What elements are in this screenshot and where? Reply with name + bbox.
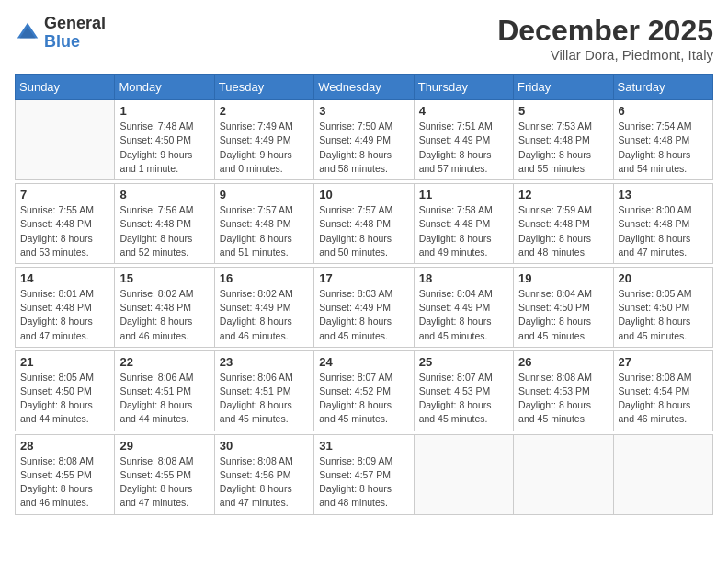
- calendar-cell: 25Sunrise: 8:07 AMSunset: 4:53 PMDayligh…: [414, 350, 513, 431]
- logo-icon: [15, 20, 40, 46]
- calendar-cell: 22Sunrise: 8:06 AMSunset: 4:51 PMDayligh…: [115, 350, 214, 431]
- calendar-cell: 13Sunrise: 8:00 AMSunset: 4:48 PMDayligh…: [613, 184, 712, 264]
- calendar-header-row: Sunday Monday Tuesday Wednesday Thursday…: [16, 75, 713, 100]
- day-number: 19: [518, 271, 608, 285]
- calendar-cell: 9Sunrise: 7:57 AMSunset: 4:48 PMDaylight…: [214, 184, 313, 264]
- day-info: Sunrise: 8:03 AMSunset: 4:49 PMDaylight:…: [319, 287, 408, 343]
- day-number: 2: [220, 104, 309, 118]
- calendar-cell: [514, 434, 613, 514]
- day-info: Sunrise: 8:08 AMSunset: 4:55 PMDaylight:…: [119, 454, 209, 511]
- day-number: 8: [119, 188, 209, 201]
- calendar-cell: 17Sunrise: 8:03 AMSunset: 4:49 PMDayligh…: [314, 267, 414, 347]
- day-number: 28: [20, 439, 109, 453]
- day-info: Sunrise: 8:04 AMSunset: 4:49 PMDaylight:…: [419, 287, 508, 343]
- day-info: Sunrise: 7:51 AMSunset: 4:49 PMDaylight:…: [419, 120, 508, 176]
- day-number: 23: [220, 355, 309, 369]
- day-number: 14: [20, 271, 109, 285]
- day-number: 4: [419, 104, 508, 118]
- calendar-cell: 28Sunrise: 8:08 AMSunset: 4:55 PMDayligh…: [16, 434, 115, 514]
- calendar-cell: 1Sunrise: 7:48 AMSunset: 4:50 PMDaylight…: [115, 100, 214, 180]
- day-number: 12: [518, 188, 608, 201]
- day-info: Sunrise: 7:59 AMSunset: 4:48 PMDaylight:…: [518, 203, 608, 259]
- day-number: 11: [419, 188, 508, 201]
- day-info: Sunrise: 8:02 AMSunset: 4:49 PMDaylight:…: [220, 287, 309, 343]
- calendar-cell: 5Sunrise: 7:53 AMSunset: 4:48 PMDaylight…: [514, 100, 613, 180]
- calendar-week-row: 1Sunrise: 7:48 AMSunset: 4:50 PMDaylight…: [16, 100, 713, 180]
- day-number: 27: [619, 355, 708, 369]
- calendar-cell: 4Sunrise: 7:51 AMSunset: 4:49 PMDaylight…: [414, 100, 513, 180]
- day-info: Sunrise: 8:05 AMSunset: 4:50 PMDaylight:…: [619, 287, 708, 343]
- calendar-cell: 3Sunrise: 7:50 AMSunset: 4:49 PMDaylight…: [314, 100, 414, 180]
- calendar-cell: [16, 100, 115, 180]
- day-info: Sunrise: 7:54 AMSunset: 4:48 PMDaylight:…: [619, 120, 708, 176]
- day-info: Sunrise: 7:50 AMSunset: 4:49 PMDaylight:…: [319, 120, 408, 176]
- calendar-cell: 12Sunrise: 7:59 AMSunset: 4:48 PMDayligh…: [514, 184, 613, 264]
- day-number: 21: [20, 355, 109, 369]
- title-block: December 2025 Villar Dora, Piedmont, Ita…: [497, 15, 713, 63]
- page-header: General Blue December 2025 Villar Dora, …: [15, 15, 713, 63]
- calendar-cell: 23Sunrise: 8:06 AMSunset: 4:51 PMDayligh…: [214, 350, 313, 431]
- col-tuesday: Tuesday: [214, 75, 313, 100]
- day-info: Sunrise: 7:48 AMSunset: 4:50 PMDaylight:…: [119, 120, 209, 176]
- calendar-cell: 30Sunrise: 8:08 AMSunset: 4:56 PMDayligh…: [214, 434, 313, 514]
- day-number: 16: [220, 271, 309, 285]
- day-number: 30: [220, 439, 309, 453]
- calendar-cell: [414, 434, 513, 514]
- day-number: 17: [319, 271, 408, 285]
- calendar-cell: 15Sunrise: 8:02 AMSunset: 4:48 PMDayligh…: [115, 267, 214, 347]
- day-info: Sunrise: 8:07 AMSunset: 4:53 PMDaylight:…: [419, 371, 508, 427]
- day-info: Sunrise: 7:49 AMSunset: 4:49 PMDaylight:…: [220, 120, 309, 176]
- col-saturday: Saturday: [613, 75, 712, 100]
- day-info: Sunrise: 8:06 AMSunset: 4:51 PMDaylight:…: [220, 371, 309, 427]
- day-number: 24: [319, 355, 408, 369]
- day-info: Sunrise: 7:57 AMSunset: 4:48 PMDaylight:…: [220, 203, 309, 259]
- day-info: Sunrise: 8:08 AMSunset: 4:55 PMDaylight:…: [20, 454, 109, 511]
- calendar-cell: 20Sunrise: 8:05 AMSunset: 4:50 PMDayligh…: [613, 267, 712, 347]
- day-info: Sunrise: 7:58 AMSunset: 4:48 PMDaylight:…: [419, 203, 508, 259]
- col-wednesday: Wednesday: [314, 75, 414, 100]
- calendar-cell: 29Sunrise: 8:08 AMSunset: 4:55 PMDayligh…: [115, 434, 214, 514]
- calendar-cell: [613, 434, 712, 514]
- day-info: Sunrise: 8:02 AMSunset: 4:48 PMDaylight:…: [119, 287, 209, 343]
- col-friday: Friday: [514, 75, 613, 100]
- day-number: 15: [119, 271, 209, 285]
- calendar-week-row: 7Sunrise: 7:55 AMSunset: 4:48 PMDaylight…: [16, 184, 713, 264]
- day-number: 1: [119, 104, 209, 118]
- day-number: 6: [619, 104, 708, 118]
- day-info: Sunrise: 8:07 AMSunset: 4:52 PMDaylight:…: [319, 371, 408, 427]
- day-number: 22: [119, 355, 209, 369]
- day-info: Sunrise: 8:05 AMSunset: 4:50 PMDaylight:…: [20, 371, 109, 427]
- calendar-cell: 6Sunrise: 7:54 AMSunset: 4:48 PMDaylight…: [613, 100, 712, 180]
- calendar-cell: 24Sunrise: 8:07 AMSunset: 4:52 PMDayligh…: [314, 350, 414, 431]
- day-number: 31: [319, 439, 408, 453]
- calendar-cell: 16Sunrise: 8:02 AMSunset: 4:49 PMDayligh…: [214, 267, 313, 347]
- day-info: Sunrise: 8:08 AMSunset: 4:56 PMDaylight:…: [220, 454, 309, 511]
- day-number: 9: [220, 188, 309, 201]
- logo: General Blue: [15, 15, 106, 52]
- day-number: 3: [319, 104, 408, 118]
- day-info: Sunrise: 8:06 AMSunset: 4:51 PMDaylight:…: [119, 371, 209, 427]
- day-info: Sunrise: 7:56 AMSunset: 4:48 PMDaylight:…: [119, 203, 209, 259]
- calendar-table: Sunday Monday Tuesday Wednesday Thursday…: [15, 74, 713, 514]
- day-info: Sunrise: 8:04 AMSunset: 4:50 PMDaylight:…: [518, 287, 608, 343]
- day-info: Sunrise: 7:53 AMSunset: 4:48 PMDaylight:…: [518, 120, 608, 176]
- calendar-cell: 14Sunrise: 8:01 AMSunset: 4:48 PMDayligh…: [16, 267, 115, 347]
- calendar-week-row: 21Sunrise: 8:05 AMSunset: 4:50 PMDayligh…: [16, 350, 713, 431]
- month-title: December 2025: [497, 15, 713, 47]
- day-number: 18: [419, 271, 508, 285]
- day-number: 7: [20, 188, 109, 201]
- calendar-cell: 21Sunrise: 8:05 AMSunset: 4:50 PMDayligh…: [16, 350, 115, 431]
- calendar-cell: 10Sunrise: 7:57 AMSunset: 4:48 PMDayligh…: [314, 184, 414, 264]
- col-monday: Monday: [115, 75, 214, 100]
- day-info: Sunrise: 8:08 AMSunset: 4:53 PMDaylight:…: [518, 371, 608, 427]
- calendar-cell: 26Sunrise: 8:08 AMSunset: 4:53 PMDayligh…: [514, 350, 613, 431]
- col-thursday: Thursday: [414, 75, 513, 100]
- day-info: Sunrise: 7:55 AMSunset: 4:48 PMDaylight:…: [20, 203, 109, 259]
- day-number: 29: [119, 439, 209, 453]
- logo-blue: Blue: [44, 33, 106, 52]
- day-number: 10: [319, 188, 408, 201]
- calendar-cell: 2Sunrise: 7:49 AMSunset: 4:49 PMDaylight…: [214, 100, 313, 180]
- calendar-cell: 8Sunrise: 7:56 AMSunset: 4:48 PMDaylight…: [115, 184, 214, 264]
- day-info: Sunrise: 8:09 AMSunset: 4:57 PMDaylight:…: [319, 454, 408, 511]
- location: Villar Dora, Piedmont, Italy: [497, 47, 713, 63]
